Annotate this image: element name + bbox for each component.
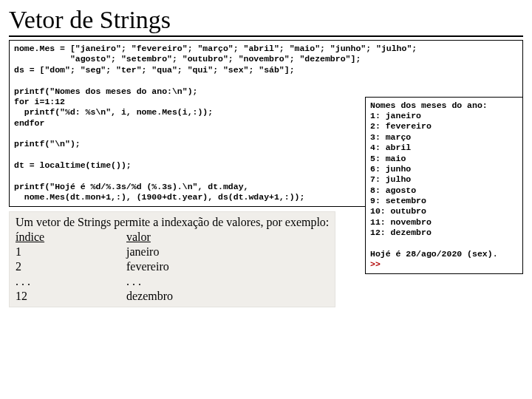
row-index: 1 [16,245,126,259]
row-value: . . . [126,275,141,287]
output-result: Hojé é 28/ago/2020 (sex). [370,249,518,259]
row-value: fevereiro [126,260,169,273]
output-line: 3: março [370,132,518,143]
output-line: 1: janeiro [370,111,518,121]
slide-title: Vetor de Strings [9,6,523,37]
col-value: valor [126,231,151,243]
row-index: 12 [16,289,126,304]
explain-intro: Um vetor de Strings permite a indexação … [16,215,329,230]
output-line: 12: dezembro [370,228,518,238]
output-line: 9: setembro [370,196,518,206]
output-line: 7: julho [370,174,518,185]
output-line: 2: fevereiro [370,121,518,132]
row-index: 2 [16,259,126,274]
prompt-icon: >> [370,259,518,270]
output-line: 6: junho [370,164,518,174]
explanation-box: Um vetor de Strings permite a indexação … [9,211,335,307]
output-line: 10: outubro [370,206,518,216]
col-index: índice [16,230,126,245]
output-line: 5: maio [370,154,518,164]
output-header: Nomes dos meses do ano: [370,100,518,111]
output-box: Nomes dos meses do ano: 1: janeiro 2: fe… [365,97,523,274]
row-index: . . . [16,274,126,289]
output-line: 4: abril [370,143,518,153]
row-value: dezembro [126,290,173,302]
output-line: 8: agosto [370,185,518,196]
row-value: janeiro [126,245,159,258]
output-line: 11: novembro [370,217,518,228]
